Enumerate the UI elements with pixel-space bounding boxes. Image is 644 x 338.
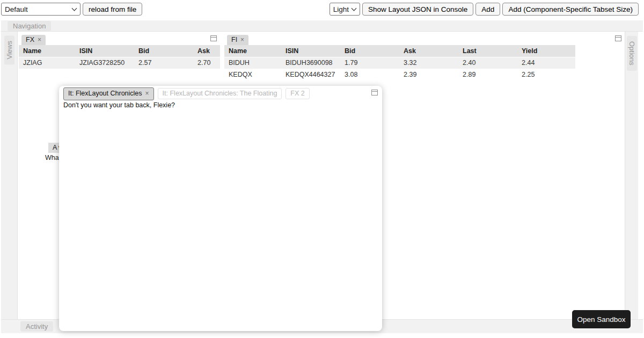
table-row[interactable]: JZIAGJZIAG37282502.572.70 (19, 57, 220, 69)
layout-select-value: Default (5, 5, 69, 13)
right-border-strip: Options (625, 32, 638, 333)
show-layout-json-button[interactable]: Show Layout JSON in Console (362, 3, 473, 16)
table-cell: 3.08 (340, 69, 399, 80)
tab-label: It: FlexLayout Chronicles: The Floating (163, 90, 277, 97)
table-cell: 2.39 (399, 69, 458, 80)
column-header[interactable]: Ask (193, 45, 220, 57)
tab-flexlayout-chronicles-floating[interactable]: It: FlexLayout Chronicles: The Floating (158, 88, 282, 99)
chevron-down-icon (72, 6, 77, 11)
tab-fi[interactable]: FI × (227, 35, 248, 45)
top-border-strip: Navigation (1, 20, 643, 32)
table-cell: 2.25 (517, 69, 575, 80)
tab-fx[interactable]: FX × (21, 35, 46, 45)
table-cell: JZIAG3728250 (75, 57, 134, 69)
tab-label: It: FlexLayout Chronicles (68, 90, 142, 97)
table-cell: BIDUH3690098 (281, 57, 340, 69)
table-cell: 2.70 (193, 57, 220, 69)
fi-table: NameISINBidAskLastYieldBIDUHBIDUH3690098… (224, 45, 575, 81)
table-header-row: NameISINBidAskLastYield (224, 45, 575, 57)
left-border-strip: Views (1, 32, 18, 333)
column-header[interactable]: ISIN (75, 45, 134, 57)
column-header[interactable]: Bid (340, 45, 399, 57)
maximize-icon[interactable] (615, 35, 621, 41)
floating-window[interactable]: It: FlexLayout Chronicles × It: FlexLayo… (59, 86, 382, 331)
open-sandbox-button[interactable]: Open Sandbox (572, 310, 631, 328)
column-header[interactable]: Yield (517, 45, 575, 57)
tab-label: FI (231, 36, 237, 43)
column-header[interactable]: Last (458, 45, 517, 57)
table-row[interactable]: BIDUHBIDUH36900981.793.322.402.44 (224, 57, 575, 69)
table-cell: 1.79 (340, 57, 399, 69)
theme-select[interactable]: Light (330, 3, 360, 16)
table-cell: 2.40 (458, 57, 517, 69)
table-header-row: NameISINBidAsk (19, 45, 220, 57)
border-tab-activity[interactable]: Activity (20, 321, 53, 332)
tab-label: FX (26, 36, 34, 43)
column-header[interactable]: Bid (134, 45, 193, 57)
border-tab-views[interactable]: Views (4, 35, 14, 64)
tab-flexlayout-chronicles[interactable]: It: FlexLayout Chronicles × (63, 87, 154, 100)
fx-table: NameISINBidAskJZIAGJZIAG37282502.572.70 (19, 45, 220, 69)
column-header[interactable]: Ask (399, 45, 458, 57)
floating-tab-content: Don't you want your tab back, Flexie? (59, 99, 382, 111)
theme-select-value: Light (333, 5, 349, 13)
table-cell: 3.32 (399, 57, 458, 69)
table-cell: JZIAG (19, 57, 75, 69)
fx-tabstrip: FX × (19, 33, 220, 45)
border-tab-navigation[interactable]: Navigation (8, 21, 51, 31)
table-cell: KEDQX4464327 (281, 69, 340, 80)
close-icon[interactable]: × (38, 36, 41, 43)
tab-fx-2[interactable]: FX 2 (286, 88, 309, 99)
close-icon[interactable]: × (240, 36, 244, 43)
toolbar-left: Default reload from file (1, 3, 142, 16)
table-cell: 2.89 (458, 69, 517, 80)
maximize-icon[interactable] (371, 90, 378, 95)
layout-select[interactable]: Default (1, 3, 80, 16)
table-cell: KEDQX (224, 69, 281, 80)
table-cell: 2.44 (517, 57, 575, 69)
floating-tabstrip: It: FlexLayout Chronicles × It: FlexLayo… (59, 86, 382, 99)
add-tabset-size-button[interactable]: Add (Component-Specific Tabset Size) (502, 3, 639, 16)
chevron-down-icon (352, 6, 357, 11)
toolbar-right: Light Show Layout JSON in Console Add Ad… (330, 3, 639, 16)
column-header[interactable]: ISIN (281, 45, 340, 57)
close-icon[interactable]: × (145, 90, 149, 97)
column-header[interactable]: Name (224, 45, 281, 57)
table-row[interactable]: KEDQXKEDQX44643273.082.392.892.25 (224, 69, 575, 80)
table-cell: 2.57 (134, 57, 193, 69)
maximize-icon[interactable] (210, 35, 217, 41)
reload-from-file-button[interactable]: reload from file (83, 3, 142, 16)
fi-tabstrip: FI × (224, 33, 625, 45)
column-header[interactable]: Name (19, 45, 75, 57)
table-cell: BIDUH (224, 57, 281, 69)
border-tab-options[interactable]: Options (627, 36, 637, 71)
add-button[interactable]: Add (475, 3, 500, 16)
tab-label: FX 2 (290, 90, 304, 97)
